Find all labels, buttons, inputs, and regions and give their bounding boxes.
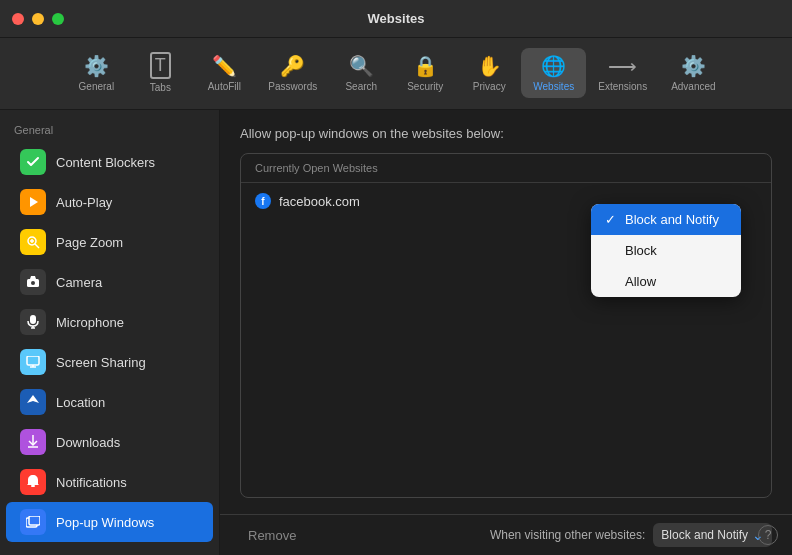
traffic-lights xyxy=(12,13,64,25)
content-title: Allow pop-up windows on the websites bel… xyxy=(240,126,772,141)
toolbar-item-general[interactable]: ⚙️ General xyxy=(64,48,128,98)
extensions-icon: ⟶ xyxy=(608,54,637,78)
sidebar-item-location[interactable]: Location xyxy=(6,382,213,422)
toolbar-item-tabs[interactable]: T Tabs xyxy=(128,46,192,99)
dropdown-option-allow[interactable]: Allow xyxy=(591,266,741,297)
sidebar-item-label-downloads: Downloads xyxy=(56,435,120,450)
sidebar-item-page-zoom[interactable]: Page Zoom xyxy=(6,222,213,262)
sidebar-item-label-camera: Camera xyxy=(56,275,102,290)
general-icon: ⚙️ xyxy=(84,54,109,78)
sidebar-item-camera[interactable]: Camera xyxy=(6,262,213,302)
popup-windows-icon xyxy=(20,509,46,535)
toolbar-item-privacy[interactable]: ✋ Privacy xyxy=(457,48,521,98)
main-content: General Content Blockers Auto-Play Page … xyxy=(0,110,792,555)
search-icon: 🔍 xyxy=(349,54,374,78)
svg-point-6 xyxy=(31,281,35,285)
toolbar-label-websites: Websites xyxy=(533,81,574,92)
toolbar-label-privacy: Privacy xyxy=(473,81,506,92)
popup-dropdown-menu: ✓ Block and Notify Block Allow xyxy=(591,204,741,297)
toolbar-label-autofill: AutoFill xyxy=(208,81,241,92)
toolbar: ⚙️ General T Tabs ✏️ AutoFill 🔑 Password… xyxy=(0,38,792,110)
screen-sharing-icon xyxy=(20,349,46,375)
title-bar: Websites xyxy=(0,0,792,38)
svg-rect-8 xyxy=(30,315,36,324)
security-icon: 🔒 xyxy=(413,54,438,78)
content-area: Allow pop-up windows on the websites bel… xyxy=(220,110,792,514)
dropdown-option-label-block: Block xyxy=(625,243,657,258)
toolbar-label-advanced: Advanced xyxy=(671,81,715,92)
toolbar-item-advanced[interactable]: ⚙️ Advanced xyxy=(659,48,727,98)
auto-play-icon xyxy=(20,189,46,215)
sidebar-item-label-auto-play: Auto-Play xyxy=(56,195,112,210)
page-zoom-icon xyxy=(20,229,46,255)
svg-marker-7 xyxy=(30,276,36,279)
toolbar-label-extensions: Extensions xyxy=(598,81,647,92)
content-wrapper: Allow pop-up windows on the websites bel… xyxy=(220,110,792,555)
websites-box: Currently Open Websites f facebook.com ✓… xyxy=(240,153,772,498)
toolbar-item-security[interactable]: 🔒 Security xyxy=(393,48,457,98)
sidebar-item-microphone[interactable]: Microphone xyxy=(6,302,213,342)
location-icon xyxy=(20,389,46,415)
sidebar-item-downloads[interactable]: Downloads xyxy=(6,422,213,462)
facebook-favicon: f xyxy=(255,193,271,209)
toolbar-label-general: General xyxy=(79,81,115,92)
toolbar-item-websites[interactable]: 🌐 Websites xyxy=(521,48,586,98)
sidebar-item-label-popup-windows: Pop-up Windows xyxy=(56,515,154,530)
svg-rect-19 xyxy=(29,516,40,525)
window-title: Websites xyxy=(368,11,425,26)
dropdown-option-label-block-notify: Block and Notify xyxy=(625,212,719,227)
toolbar-label-passwords: Passwords xyxy=(268,81,317,92)
svg-rect-11 xyxy=(27,356,39,365)
sidebar-item-label-location: Location xyxy=(56,395,105,410)
toolbar-label-security: Security xyxy=(407,81,443,92)
sidebar-item-popup-windows[interactable]: Pop-up Windows xyxy=(6,502,213,542)
content-blockers-icon xyxy=(20,149,46,175)
help-button[interactable]: ? xyxy=(758,525,778,545)
toolbar-item-passwords[interactable]: 🔑 Passwords xyxy=(256,48,329,98)
notifications-icon xyxy=(20,469,46,495)
privacy-icon: ✋ xyxy=(477,54,502,78)
visiting-label: When visiting other websites: xyxy=(490,528,645,542)
svg-marker-14 xyxy=(27,395,39,403)
sidebar-section-label: General xyxy=(0,120,219,142)
sidebar-item-label-notifications: Notifications xyxy=(56,475,127,490)
maximize-button[interactable] xyxy=(52,13,64,25)
sidebar-item-auto-play[interactable]: Auto-Play xyxy=(6,182,213,222)
advanced-icon: ⚙️ xyxy=(681,54,706,78)
websites-table-header: Currently Open Websites xyxy=(241,154,771,183)
checkmark-icon: ✓ xyxy=(605,212,619,227)
sidebar-item-content-blockers[interactable]: Content Blockers xyxy=(6,142,213,182)
sidebar-item-label-content-blockers: Content Blockers xyxy=(56,155,155,170)
toolbar-item-autofill[interactable]: ✏️ AutoFill xyxy=(192,48,256,98)
dropdown-option-label-allow: Allow xyxy=(625,274,656,289)
dropdown-option-block[interactable]: Block xyxy=(591,235,741,266)
dropdown-option-block-notify[interactable]: ✓ Block and Notify xyxy=(591,204,741,235)
toolbar-item-search[interactable]: 🔍 Search xyxy=(329,48,393,98)
visiting-dropdown-value: Block and Notify xyxy=(661,528,748,542)
sidebar-item-screen-sharing[interactable]: Screen Sharing xyxy=(6,342,213,382)
sidebar-item-label-screen-sharing: Screen Sharing xyxy=(56,355,146,370)
passwords-icon: 🔑 xyxy=(280,54,305,78)
svg-marker-0 xyxy=(30,197,38,207)
downloads-icon xyxy=(20,429,46,455)
svg-line-2 xyxy=(35,244,39,248)
autofill-icon: ✏️ xyxy=(212,54,237,78)
toolbar-label-search: Search xyxy=(345,81,377,92)
toolbar-item-extensions[interactable]: ⟶ Extensions xyxy=(586,48,659,98)
sidebar-item-notifications[interactable]: Notifications xyxy=(6,462,213,502)
bottom-right: When visiting other websites: Block and … xyxy=(490,523,772,547)
tabs-icon: T xyxy=(150,52,171,79)
camera-icon xyxy=(20,269,46,295)
sidebar-item-label-page-zoom: Page Zoom xyxy=(56,235,123,250)
close-button[interactable] xyxy=(12,13,24,25)
visiting-dropdown[interactable]: Block and Notify ⌄ xyxy=(653,523,772,547)
websites-icon: 🌐 xyxy=(541,54,566,78)
microphone-icon xyxy=(20,309,46,335)
sidebar: General Content Blockers Auto-Play Page … xyxy=(0,110,220,555)
sidebar-item-label-microphone: Microphone xyxy=(56,315,124,330)
svg-rect-17 xyxy=(31,485,35,487)
minimize-button[interactable] xyxy=(32,13,44,25)
remove-button[interactable]: Remove xyxy=(240,524,304,547)
toolbar-label-tabs: Tabs xyxy=(150,82,171,93)
bottom-bar: Remove When visiting other websites: Blo… xyxy=(220,514,792,555)
